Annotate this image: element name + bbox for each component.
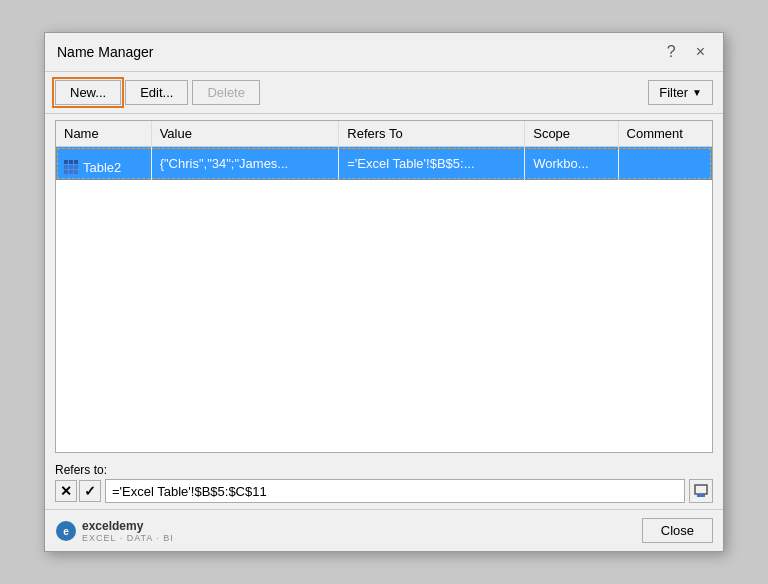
edit-button[interactable]: Edit... xyxy=(125,80,188,105)
table-grid-icon xyxy=(64,160,78,174)
table-header: Name Value Refers To Scope Comment xyxy=(56,121,712,147)
table-row[interactable]: Table2 {"Chris","34";"James... ='Excel T… xyxy=(56,147,712,180)
cell-refers-to: ='Excel Table'!$B$5:... xyxy=(339,147,525,180)
refers-to-input-row: ✕ ✓ xyxy=(55,479,713,503)
collapse-icon xyxy=(694,484,708,498)
svg-rect-1 xyxy=(697,494,705,497)
collapse-dialog-button[interactable] xyxy=(689,479,713,503)
col-comment: Comment xyxy=(618,121,712,147)
toolbar-left: New... Edit... Delete xyxy=(55,80,260,105)
refers-to-label: Refers to: xyxy=(55,463,713,477)
refers-to-controls: ✕ ✓ xyxy=(55,480,101,502)
cell-name-value: Table2 xyxy=(83,160,121,175)
cell-comment xyxy=(618,147,712,180)
name-manager-dialog: Name Manager ? × New... Edit... Delete F… xyxy=(44,32,724,552)
window-close-button[interactable]: × xyxy=(690,41,711,63)
help-button[interactable]: ? xyxy=(661,41,682,63)
svg-text:e: e xyxy=(63,526,69,537)
chevron-down-icon: ▼ xyxy=(692,87,702,98)
confirm-formula-button[interactable]: ✓ xyxy=(79,480,101,502)
new-button[interactable]: New... xyxy=(55,80,121,105)
names-table: Name Value Refers To Scope Comment xyxy=(56,121,712,180)
delete-button[interactable]: Delete xyxy=(192,80,260,105)
refers-to-input[interactable] xyxy=(105,479,685,503)
exceldemy-logo-icon: e xyxy=(55,520,77,542)
dialog-title: Name Manager xyxy=(57,44,154,60)
col-value: Value xyxy=(151,121,339,147)
title-bar: Name Manager ? × xyxy=(45,33,723,72)
dialog-footer: e exceldemy EXCEL · DATA · BI Close xyxy=(45,509,723,551)
filter-label: Filter xyxy=(659,85,688,100)
col-scope: Scope xyxy=(525,121,618,147)
filter-button[interactable]: Filter ▼ xyxy=(648,80,713,105)
toolbar: New... Edit... Delete Filter ▼ xyxy=(45,72,723,114)
table-body: Table2 {"Chris","34";"James... ='Excel T… xyxy=(56,147,712,180)
cell-scope: Workbo... xyxy=(525,147,618,180)
col-refers-to: Refers To xyxy=(339,121,525,147)
logo-tagline: EXCEL · DATA · BI xyxy=(82,533,174,543)
row-icon-container: Table2 xyxy=(64,160,121,175)
footer-logo: e exceldemy EXCEL · DATA · BI xyxy=(55,519,174,543)
logo-name: exceldemy xyxy=(82,519,174,533)
close-button[interactable]: Close xyxy=(642,518,713,543)
cell-value: {"Chris","34";"James... xyxy=(151,147,339,180)
svg-rect-0 xyxy=(695,485,707,494)
cell-name: Table2 xyxy=(56,147,151,180)
names-table-container[interactable]: Name Value Refers To Scope Comment xyxy=(55,120,713,453)
cancel-formula-button[interactable]: ✕ xyxy=(55,480,77,502)
col-name: Name xyxy=(56,121,151,147)
refers-to-bar: Refers to: ✕ ✓ xyxy=(55,463,713,503)
title-bar-controls: ? × xyxy=(661,41,711,63)
